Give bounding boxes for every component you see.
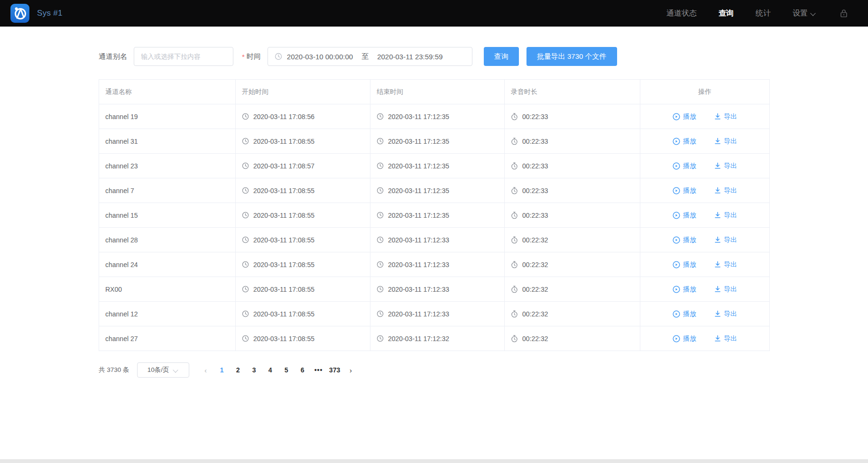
date-separator: 至 (361, 52, 369, 61)
channel-name-cell: channel 15 (99, 203, 236, 228)
clock-icon (377, 162, 384, 169)
table-row: channel 19 2020-03-11 17:08:56 2020- (99, 104, 770, 129)
page-button-2[interactable]: 2 (230, 363, 246, 377)
clock-icon (242, 261, 249, 268)
pagination-bar: 共 3730 条 10条/页 ‹ 123456•••373 › (99, 362, 359, 378)
clock-icon (377, 187, 384, 194)
table-body: channel 19 2020-03-11 17:08:56 2020- (99, 104, 770, 351)
play-link-label: 播放 (683, 186, 696, 195)
start-time-text: 2020-03-11 17:08:55 (253, 286, 314, 293)
tab-settings-label: 设置 (793, 9, 808, 19)
play-link[interactable]: 播放 (673, 211, 696, 220)
channel-name-cell: channel 12 (99, 302, 236, 326)
export-link[interactable]: 导出 (714, 162, 737, 170)
export-link-label: 导出 (724, 211, 737, 220)
end-time-text: 2020-03-11 17:12:35 (388, 113, 449, 120)
download-icon (714, 261, 721, 268)
clock-icon (242, 212, 249, 219)
play-link-label: 播放 (683, 236, 696, 244)
export-link[interactable]: 导出 (714, 334, 737, 343)
export-link[interactable]: 导出 (714, 137, 737, 146)
page-button-3[interactable]: 3 (246, 363, 262, 377)
start-time-text: 2020-03-11 17:08:57 (253, 162, 314, 170)
download-icon (714, 212, 721, 219)
download-icon (714, 138, 721, 145)
page-size-select[interactable]: 10条/页 (137, 362, 189, 378)
export-link-label: 导出 (724, 260, 737, 269)
window-bottom-edge (0, 459, 868, 463)
col-header-actions: 操作 (640, 80, 770, 104)
tab-settings[interactable]: 设置 (793, 9, 816, 19)
download-icon (714, 162, 721, 169)
play-link[interactable]: 播放 (673, 236, 696, 244)
end-time-text: 2020-03-11 17:12:35 (388, 187, 449, 194)
start-time-text: 2020-03-11 17:08:55 (253, 261, 314, 269)
play-circle-icon (673, 162, 680, 170)
export-link-label: 导出 (724, 310, 737, 318)
tab-stats[interactable]: 统计 (756, 9, 771, 19)
play-link[interactable]: 播放 (673, 137, 696, 146)
col-header-duration: 录音时长 (505, 80, 640, 104)
export-link[interactable]: 导出 (714, 211, 737, 220)
clock-icon (377, 113, 384, 120)
play-link[interactable]: 播放 (673, 186, 696, 195)
search-button[interactable]: 查询 (484, 47, 519, 66)
export-link-label: 导出 (724, 236, 737, 244)
filter-bar: 通道别名 * 时间 2020-03-10 00:00:00 至 2020-03-… (99, 47, 617, 66)
export-link[interactable]: 导出 (714, 260, 737, 269)
clock-icon (242, 113, 249, 120)
export-link[interactable]: 导出 (714, 236, 737, 244)
table-row: channel 7 2020-03-11 17:08:55 2020-0 (99, 178, 770, 203)
stopwatch-icon (511, 261, 518, 269)
clock-icon (242, 236, 249, 243)
results-table: 通道名称 开始时间 结束时间 录音时长 操作 channel 19 2020-0… (99, 79, 770, 351)
duration-text: 00:22:33 (522, 138, 548, 145)
prev-page-button[interactable]: ‹ (198, 363, 214, 377)
play-link[interactable]: 播放 (673, 260, 696, 269)
page-button-4[interactable]: 4 (262, 363, 278, 377)
alias-input[interactable] (134, 47, 233, 66)
play-link[interactable]: 播放 (673, 112, 696, 121)
stopwatch-icon (511, 286, 518, 293)
tab-query-label: 查询 (719, 9, 734, 19)
export-link[interactable]: 导出 (714, 310, 737, 318)
page-button-373[interactable]: 373 (327, 363, 343, 377)
play-link[interactable]: 播放 (673, 285, 696, 294)
tab-stats-label: 统计 (756, 9, 771, 19)
start-time-text: 2020-03-11 17:08:55 (253, 236, 314, 244)
chevron-down-icon (811, 10, 816, 15)
duration-text: 00:22:32 (522, 261, 548, 269)
stopwatch-icon (511, 187, 518, 194)
table-row: channel 27 2020-03-11 17:08:55 2020- (99, 326, 770, 351)
clock-icon (377, 212, 384, 219)
play-link[interactable]: 播放 (673, 334, 696, 343)
play-circle-icon (673, 335, 680, 343)
download-icon (714, 187, 721, 194)
export-link[interactable]: 导出 (714, 112, 737, 121)
export-link-label: 导出 (724, 112, 737, 121)
batch-export-button[interactable]: 批量导出 3730 个文件 (526, 47, 617, 66)
export-link[interactable]: 导出 (714, 186, 737, 195)
play-link[interactable]: 播放 (673, 162, 696, 170)
channel-name-cell: RX00 (99, 277, 236, 302)
clock-icon (377, 236, 384, 243)
page-ellipsis[interactable]: ••• (311, 363, 327, 377)
export-link[interactable]: 导出 (714, 285, 737, 294)
stopwatch-icon (511, 113, 518, 120)
clock-icon (242, 335, 249, 342)
table-row: RX00 2020-03-11 17:08:55 2020-03-11 (99, 277, 770, 302)
export-link-label: 导出 (724, 186, 737, 195)
clock-icon (377, 335, 384, 342)
page-button-6[interactable]: 6 (295, 363, 311, 377)
tab-query[interactable]: 查询 (719, 9, 734, 19)
page-button-5[interactable]: 5 (278, 363, 295, 377)
tab-channel-status[interactable]: 通道状态 (666, 9, 697, 19)
page-button-1[interactable]: 1 (214, 363, 230, 377)
start-time-text: 2020-03-11 17:08:56 (253, 113, 314, 120)
lock-button[interactable] (840, 9, 848, 18)
play-link[interactable]: 播放 (673, 310, 696, 318)
next-page-button[interactable]: › (343, 363, 359, 377)
col-header-end-time: 结束时间 (370, 80, 505, 104)
end-time-text: 2020-03-11 17:12:33 (388, 236, 449, 244)
date-range-picker[interactable]: 2020-03-10 00:00:00 至 2020-03-11 23:59:5… (268, 47, 472, 66)
